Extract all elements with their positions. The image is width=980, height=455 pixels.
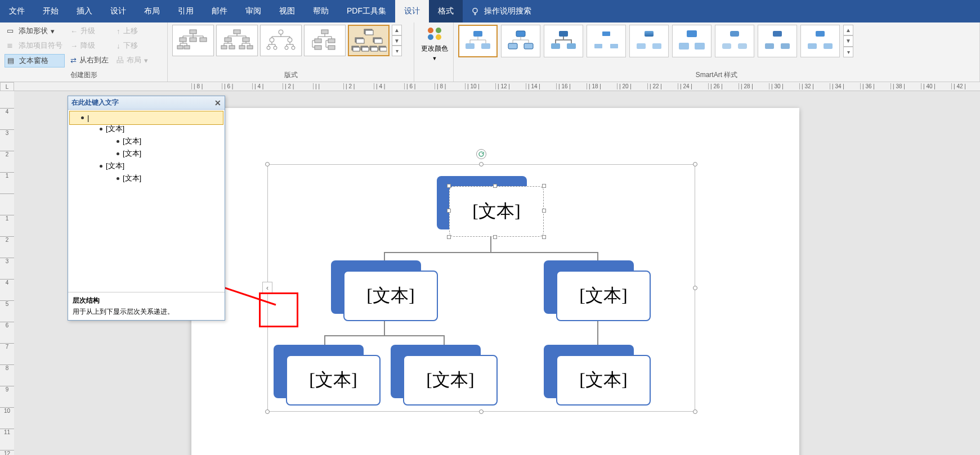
vertical-ruler[interactable]: 43211234567891011121314 xyxy=(0,91,14,455)
style-thumb-2[interactable] xyxy=(501,25,540,57)
text-pane-button[interactable]: ▤文本窗格 xyxy=(5,54,65,67)
style-thumb-7[interactable] xyxy=(715,25,754,57)
smartart-frame[interactable]: ‹ [文本] [文本] xyxy=(267,164,695,412)
add-shape-icon: ▭ xyxy=(7,26,16,35)
menu-bar: 文件 开始 插入 设计 布局 引用 邮件 审阅 视图 帮助 PDF工具集 设计 … xyxy=(0,0,980,22)
menu-file[interactable]: 文件 xyxy=(0,0,34,22)
menu-smartart-format[interactable]: 格式 xyxy=(429,0,463,22)
tell-me[interactable]: 操作说明搜索 xyxy=(463,0,539,22)
text-pane-item[interactable]: [文本] xyxy=(71,172,221,184)
text-pane-close[interactable]: ✕ xyxy=(214,98,221,107)
layout-dropdown[interactable]: 品布局 ▾ xyxy=(114,54,150,66)
style-thumb-1[interactable] xyxy=(458,25,498,57)
ribbon-group-label-styles: SmartArt 样式 xyxy=(458,69,975,82)
text-pane-item[interactable]: [文本] xyxy=(71,135,221,147)
handle-t[interactable] xyxy=(479,162,484,166)
add-shape-button[interactable]: ▭添加形状 ▾ xyxy=(5,25,65,37)
text-pane-item[interactable]: [文本] xyxy=(71,147,221,160)
smartart-node[interactable]: [文本] xyxy=(391,345,498,407)
smartart-node-text[interactable]: [文本] xyxy=(403,355,498,406)
rtl-button[interactable]: ⇄从右到左 xyxy=(68,54,111,66)
svg-rect-65 xyxy=(773,31,782,37)
handle-r[interactable] xyxy=(693,286,697,290)
svg-point-0 xyxy=(473,8,477,13)
text-pane-item-text: [文本] xyxy=(106,161,124,171)
layout-thumb-5-selected[interactable] xyxy=(348,25,390,56)
add-bullet-button[interactable]: ≣添加项目符号 xyxy=(5,39,65,52)
change-colors-button[interactable]: 更改颜色 ▼ xyxy=(419,25,450,61)
layout-thumb-2[interactable] xyxy=(216,25,258,56)
layout-thumb-4[interactable] xyxy=(304,25,346,56)
smartart-node-text[interactable]: [文本] xyxy=(556,271,651,321)
demote-button[interactable]: →降级 xyxy=(68,39,111,52)
style-thumb-6[interactable] xyxy=(672,25,711,57)
svg-rect-51 xyxy=(551,43,560,49)
style-thumb-5[interactable] xyxy=(629,25,669,57)
svg-rect-1 xyxy=(190,30,196,34)
text-pane-item[interactable]: [文本] xyxy=(71,123,221,135)
handle-tr[interactable] xyxy=(693,162,697,166)
horizontal-ruler[interactable]: | 8 || 6 || 4 || 2 || || 2 || 4 || 6 || … xyxy=(14,82,980,91)
menu-review[interactable]: 审阅 xyxy=(236,0,270,22)
text-pane-toggle[interactable]: ‹ xyxy=(262,282,272,294)
move-up-button[interactable]: ↑上移 xyxy=(114,25,150,37)
style-thumb-8[interactable] xyxy=(758,25,797,57)
smartart-node[interactable]: [文本] xyxy=(274,345,381,407)
svg-rect-5 xyxy=(177,46,183,49)
styles-more[interactable]: ▾ xyxy=(843,47,853,57)
svg-rect-49 xyxy=(524,43,533,49)
style-thumb-3[interactable] xyxy=(544,25,583,57)
rotate-handle[interactable] xyxy=(476,149,486,159)
text-pane-item[interactable]: [文本] xyxy=(71,160,221,172)
handle-tl[interactable] xyxy=(265,162,270,166)
styles-scroll-up[interactable]: ▲ xyxy=(843,25,853,35)
text-pane[interactable]: 在此处键入文字 ✕ |[文本][文本][文本][文本][文本] 层次结构 用于从… xyxy=(68,96,225,321)
menu-layout[interactable]: 布局 xyxy=(135,0,169,22)
style-thumb-9[interactable] xyxy=(800,25,840,57)
bullet-icon xyxy=(81,116,84,119)
handle-bl[interactable] xyxy=(265,409,270,414)
ribbon-group-label-create: 创建图形 xyxy=(5,69,163,82)
smartart-node-text[interactable]: [文本] xyxy=(449,186,544,237)
svg-rect-25 xyxy=(328,46,335,49)
connector xyxy=(384,252,598,253)
text-pane-footer: 层次结构 用于从上到下显示层次关系递进。 xyxy=(68,292,225,320)
gallery-scroll-down[interactable]: ▼ xyxy=(392,35,402,46)
smartart-node-text[interactable]: [文本] xyxy=(556,355,651,406)
menu-home[interactable]: 开始 xyxy=(34,0,68,22)
menu-pdftools[interactable]: PDF工具集 xyxy=(338,0,395,22)
layout-thumb-1[interactable] xyxy=(172,25,214,56)
text-pane-icon: ▤ xyxy=(7,56,16,65)
move-down-button[interactable]: ↓下移 xyxy=(114,39,150,52)
smartart-node-text[interactable]: [文本] xyxy=(343,271,438,321)
layout-icon: 品 xyxy=(117,55,124,65)
smartart-node[interactable]: [文本] xyxy=(544,260,651,322)
menu-view[interactable]: 视图 xyxy=(270,0,304,22)
promote-button[interactable]: ←升级 xyxy=(68,25,111,37)
svg-rect-67 xyxy=(781,43,790,49)
menu-references[interactable]: 引用 xyxy=(169,0,203,22)
smartart-node[interactable]: [文本] xyxy=(544,345,651,407)
svg-rect-31 xyxy=(374,39,382,43)
handle-b[interactable] xyxy=(479,409,484,414)
styles-scroll-down[interactable]: ▼ xyxy=(843,35,853,46)
menu-insert[interactable]: 插入 xyxy=(68,0,101,22)
handle-br[interactable] xyxy=(693,409,697,414)
svg-rect-62 xyxy=(730,31,739,37)
layout-thumb-3[interactable] xyxy=(260,25,302,56)
svg-rect-66 xyxy=(765,43,774,49)
smartart-node-text[interactable]: [文本] xyxy=(286,355,381,406)
gallery-scroll-up[interactable]: ▲ xyxy=(392,25,402,35)
gallery-more[interactable]: ▾ xyxy=(392,46,402,56)
smartart-node[interactable]: [文本] xyxy=(331,260,438,322)
bullet-icon xyxy=(117,177,119,180)
menu-design[interactable]: 设计 xyxy=(101,0,135,22)
style-thumb-4[interactable] xyxy=(587,25,626,57)
text-pane-titlebar[interactable]: 在此处键入文字 ✕ xyxy=(68,96,225,110)
menu-mail[interactable]: 邮件 xyxy=(203,0,236,22)
text-pane-body[interactable]: |[文本][文本][文本][文本][文本] xyxy=(68,110,225,290)
menu-smartart-design[interactable]: 设计 xyxy=(395,0,429,22)
menu-help[interactable]: 帮助 xyxy=(304,0,338,22)
smartart-node-root[interactable]: [文本] xyxy=(437,176,544,238)
svg-rect-29 xyxy=(356,39,364,43)
